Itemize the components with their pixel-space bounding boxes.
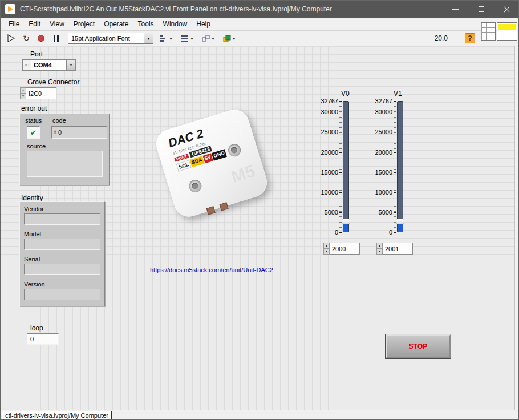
- loop-label: loop: [30, 324, 43, 332]
- code-label: code: [52, 117, 66, 124]
- port-label: Port: [30, 50, 43, 58]
- pause-button[interactable]: [50, 32, 62, 45]
- identity-cluster: Vendor Model Serial Version: [19, 201, 105, 306]
- v1-value[interactable]: 2001: [383, 243, 413, 255]
- screw-hole-icon: [188, 178, 203, 193]
- error-code-value: 0: [58, 129, 62, 136]
- tick-mark: [394, 112, 396, 112]
- front-panel: Port I/O COM4 ▼ Grove Connector ▲ ▼ I2C0…: [1, 46, 519, 410]
- context-help-button[interactable]: ?: [465, 33, 475, 43]
- tick-mark: [339, 152, 342, 153]
- slider-thumb[interactable]: [342, 219, 350, 224]
- vi-icon[interactable]: [497, 22, 517, 41]
- spinner-up-icon[interactable]: ▲: [323, 243, 330, 249]
- menu-file[interactable]: File: [4, 19, 24, 29]
- labview-window: CTI-Scratchpad.lvlib:I2C An Out M5StackD…: [0, 0, 519, 420]
- tick-label: 25000: [375, 128, 392, 135]
- menu-edit[interactable]: Edit: [24, 19, 45, 29]
- tick-label: 30000: [321, 108, 338, 115]
- v0-value[interactable]: 2000: [330, 243, 360, 255]
- menu-bar: File Edit View Project Operate Tools Win…: [1, 18, 519, 31]
- menu-project[interactable]: Project: [69, 19, 99, 29]
- vi-icon-band: [498, 24, 516, 30]
- minimize-button[interactable]: [443, 1, 468, 18]
- grove-connector-control[interactable]: ▲ ▼ I2C0: [20, 87, 56, 99]
- io-icon: I/O: [23, 60, 31, 70]
- chevron-down-icon: ▼: [169, 37, 173, 41]
- spinner-up-icon[interactable]: ▲: [20, 87, 26, 94]
- run-button[interactable]: [5, 32, 18, 45]
- font-selector[interactable]: 15pt Application Font ▼: [68, 33, 153, 44]
- labview-logo-icon: [5, 4, 15, 14]
- spinner-down-icon[interactable]: ▼: [376, 249, 383, 255]
- minimize-icon: [452, 9, 459, 10]
- run-continuous-button[interactable]: ↻: [20, 32, 33, 45]
- project-tab[interactable]: cti-drivers-lv-visa.lvproj/My Computer: [2, 411, 112, 420]
- vendor-label: Vendor: [24, 205, 44, 212]
- maximize-button[interactable]: [468, 1, 494, 18]
- slider-track[interactable]: [343, 101, 349, 232]
- scale-value: 20.0: [435, 34, 448, 42]
- title-bar: CTI-Scratchpad.lvlib:I2C An Out M5StackD…: [1, 1, 519, 18]
- v0-numeric[interactable]: ▲ ▼ 2000: [323, 243, 360, 255]
- tick-label: 30000: [375, 108, 392, 115]
- status-label: status: [25, 117, 42, 124]
- dac2-device-image: DAC 2 15-Bits I2C 0.2m PORT GP8413 SCL S…: [153, 106, 271, 220]
- run-continuous-icon: ↻: [23, 34, 30, 43]
- slider-thumb[interactable]: [396, 219, 404, 224]
- grove-connector-label: Grove Connector: [27, 78, 79, 86]
- connector-pane-icon[interactable]: [481, 22, 496, 41]
- vertical-scrollbar[interactable]: [514, 46, 519, 410]
- menu-tools[interactable]: Tools: [133, 19, 159, 29]
- v1-numeric[interactable]: ▲ ▼ 2001: [376, 243, 413, 255]
- distribute-objects-button[interactable]: ▼: [179, 33, 196, 44]
- port-combo[interactable]: I/O COM4 ▼: [22, 59, 76, 71]
- abort-button[interactable]: [35, 32, 47, 45]
- menu-window[interactable]: Window: [159, 19, 192, 29]
- tick-mark: [394, 192, 396, 193]
- tick-mark: [394, 232, 396, 233]
- tick-mark: [339, 212, 342, 213]
- slider-track[interactable]: [397, 101, 403, 232]
- spinner-down-icon[interactable]: ▼: [20, 94, 26, 100]
- menu-help[interactable]: Help: [192, 19, 215, 29]
- serial-field: [24, 264, 100, 275]
- tick-label: 15000: [321, 169, 338, 176]
- tick-label: 15000: [375, 169, 392, 176]
- spinner-up-icon[interactable]: ▲: [376, 243, 383, 249]
- tick-label: 5000: [325, 209, 338, 216]
- font-selector-value: 15pt Application Font: [68, 35, 144, 42]
- v0-spinner[interactable]: ▲ ▼: [323, 243, 330, 255]
- grove-spinner[interactable]: ▲ ▼: [20, 87, 26, 99]
- check-icon: ✔: [30, 128, 37, 137]
- align-objects-button[interactable]: ▼: [158, 33, 175, 44]
- resize-objects-button[interactable]: ▼: [200, 33, 217, 44]
- tick-label: 32767: [375, 98, 392, 104]
- tick-mark: [339, 132, 342, 132]
- maximize-icon: [479, 6, 484, 12]
- abort-icon: [38, 35, 44, 42]
- tick-mark: [339, 101, 342, 102]
- tick-label: 20000: [375, 149, 392, 156]
- v1-spinner[interactable]: ▲ ▼: [376, 243, 383, 255]
- chevron-down-icon[interactable]: ▼: [144, 33, 153, 43]
- error-out-label: error out: [21, 104, 47, 112]
- tick-mark: [394, 172, 396, 173]
- slider-v0: 32767 30000 25000 20000 15000 10000 5000…: [313, 98, 359, 241]
- tick-mark: [394, 101, 396, 102]
- source-label: source: [27, 143, 46, 150]
- error-source-field: [27, 151, 103, 177]
- port-dropdown-button[interactable]: ▼: [66, 60, 75, 70]
- menu-view[interactable]: View: [45, 19, 69, 29]
- pause-icon: [54, 35, 59, 42]
- reorder-button[interactable]: ▼: [221, 33, 238, 44]
- spinner-down-icon[interactable]: ▼: [323, 249, 330, 255]
- stop-button[interactable]: STOP: [386, 334, 451, 358]
- close-button[interactable]: [494, 1, 519, 18]
- docs-hyperlink[interactable]: https://docs.m5stack.com/en/unit/Unit-DA…: [150, 266, 273, 273]
- reorder-icon: [223, 35, 231, 42]
- error-code-field: d 0: [51, 126, 107, 139]
- menu-operate[interactable]: Operate: [99, 19, 133, 29]
- radix-indicator: d: [54, 130, 56, 135]
- grove-value[interactable]: I2C0: [26, 87, 56, 99]
